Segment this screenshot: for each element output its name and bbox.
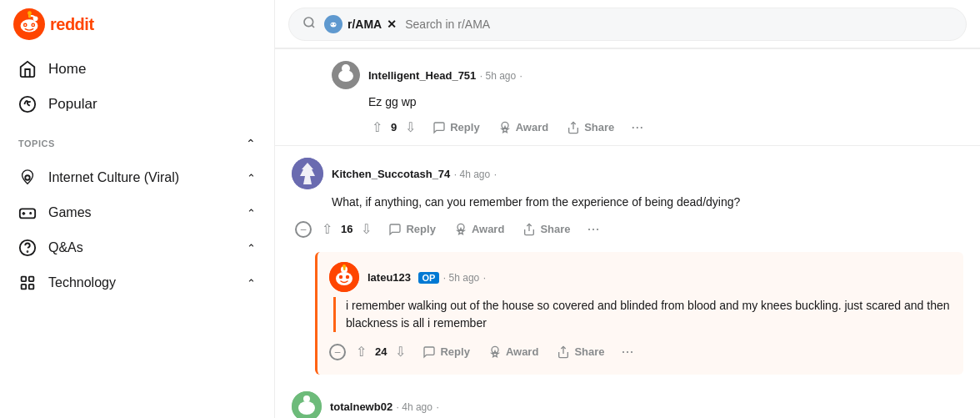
avatar-lateu123 [329,262,359,292]
qas-label: Q&As [48,240,83,255]
top-header: r/AMA ✕ [275,0,980,48]
comment-c3-body: i remember walking out of the house so c… [333,297,952,332]
collapse-button-c3[interactable]: – [329,344,346,360]
topics-header: TOPICS ⌃ [18,137,256,150]
comments-area: Intelligent_Head_751 · 5h ago · Ez gg wp… [275,48,980,418]
svg-point-25 [331,23,332,25]
username-totalnewb02[interactable]: totalnewb02 [330,400,392,413]
award-button-c1[interactable]: Award [490,116,558,139]
search-input[interactable] [405,18,952,31]
sidebar: reddit Home Popular [0,0,275,418]
comment-c2: Kitchen_Succotash_74 · 4h ago · What, if… [275,145,980,418]
sidebar-item-internet-culture[interactable]: Internet Culture (Viral) ⌃ [18,160,256,195]
timestamp-c2: 4h ago [459,169,490,180]
share-icon-c2 [522,223,536,236]
collapse-button-c2[interactable]: – [295,221,312,238]
reddit-snoo-icon [13,8,45,40]
reply-icon-c1 [432,121,446,134]
reddit-logo[interactable]: reddit [13,8,94,40]
comment-c2-actions: – ⇧ 16 ⇩ Reply Award Share [292,216,963,242]
svg-point-21 [304,18,313,27]
svg-point-6 [32,24,34,26]
sidebar-header: reddit [0,0,274,45]
comment-c3-actions: – ⇧ 24 ⇩ Reply Award [329,339,952,365]
comment-c1-body: Ez gg wp [332,94,963,109]
reply-button-c1[interactable]: Reply [424,116,488,139]
subreddit-pill: r/AMA ✕ [324,15,397,33]
nav-items: Home Popular [0,45,274,128]
svg-point-24 [331,22,337,27]
popular-label: Popular [48,96,98,113]
qas-chevron[interactable]: ⌃ [247,242,256,254]
username-kitchen[interactable]: Kitchen_Succotash_74 [332,168,450,180]
sidebar-item-home[interactable]: Home [0,52,274,87]
upvote-c2[interactable]: ⇧ [315,216,339,242]
svg-rect-18 [29,277,34,282]
svg-point-38 [339,275,342,279]
award-button-c3[interactable]: Award [480,340,548,364]
sidebar-item-popular[interactable]: Popular [0,87,274,122]
reply-button-c2[interactable]: Reply [380,218,443,241]
subreddit-remove-button[interactable]: ✕ [387,18,397,31]
comment-c2-body: What, if anything, can you remember from… [292,194,963,209]
share-button-c2[interactable]: Share [514,218,578,241]
timestamp-c4: 4h ago [402,401,432,413]
more-menu-c3[interactable]: ··· [615,340,641,364]
topics-collapse-icon[interactable]: ⌃ [246,137,256,150]
award-icon-c1 [498,121,512,134]
downvote-c1[interactable]: ⇩ [398,114,422,140]
op-badge: OP [418,272,440,284]
vote-count-c1: 9 [391,121,397,133]
downvote-c3[interactable]: ⇩ [388,339,412,365]
popular-icon [18,95,37,113]
reply-icon-c3 [422,345,436,359]
internet-culture-icon [18,169,37,187]
search-bar[interactable]: r/AMA ✕ [288,8,967,41]
upvote-c1[interactable]: ⇧ [365,114,389,140]
internet-culture-label: Internet Culture (Viral) [48,170,179,185]
award-button-c2[interactable]: Award [446,218,513,241]
comment-c1: Intelligent_Head_751 · 5h ago · Ez gg wp… [275,48,980,145]
reply-icon-c2 [388,223,402,236]
vote-count-c3: 24 [375,345,387,358]
topics-label: TOPICS [18,138,55,149]
games-label: Games [48,205,92,220]
sidebar-item-technology[interactable]: Technology ⌃ [18,265,256,300]
topics-section: TOPICS ⌃ Internet Culture (Viral) ⌃ [0,128,274,309]
svg-point-16 [28,251,28,252]
more-menu-c1[interactable]: ··· [624,115,650,139]
sidebar-item-qas[interactable]: Q&As ⌃ [18,230,256,265]
technology-icon [18,274,37,292]
downvote-c2[interactable]: ⇩ [354,216,378,242]
award-icon-c3 [488,345,502,359]
qas-icon [18,239,37,257]
svg-point-5 [24,24,26,26]
svg-line-11 [28,104,30,106]
svg-rect-19 [22,285,27,290]
comment-c4-partial: totalnewb02 · 4h ago · [292,383,963,418]
subreddit-avatar [324,15,342,33]
avatar-totalnewb02 [292,391,322,418]
reply-button-c3[interactable]: Reply [414,340,478,364]
more-menu-c2[interactable]: ··· [581,217,607,241]
upvote-c3[interactable]: ⇧ [349,339,373,365]
username-lateu123[interactable]: lateu123 [368,271,411,284]
sidebar-item-games[interactable]: Games ⌃ [18,195,256,230]
technology-chevron[interactable]: ⌃ [247,277,256,290]
games-chevron[interactable]: ⌃ [247,207,256,219]
comment-c4-meta: totalnewb02 · 4h ago · [330,399,439,414]
vote-count-c2: 16 [341,223,352,235]
username-intelligent-head[interactable]: Intelligent_Head_751 [368,69,476,82]
svg-point-42 [342,264,346,268]
reddit-wordmark: reddit [50,15,94,34]
search-icon [302,16,316,33]
share-button-c1[interactable]: Share [558,116,622,139]
svg-point-12 [25,175,30,180]
share-button-c3[interactable]: Share [548,340,612,364]
svg-point-29 [342,64,350,73]
svg-point-26 [334,23,336,25]
internet-culture-chevron[interactable]: ⌃ [247,172,256,184]
comment-c1-actions: ⇧ 9 ⇩ Reply Award Share ··· [332,114,963,140]
svg-rect-20 [29,285,34,290]
technology-label: Technology [48,275,116,290]
